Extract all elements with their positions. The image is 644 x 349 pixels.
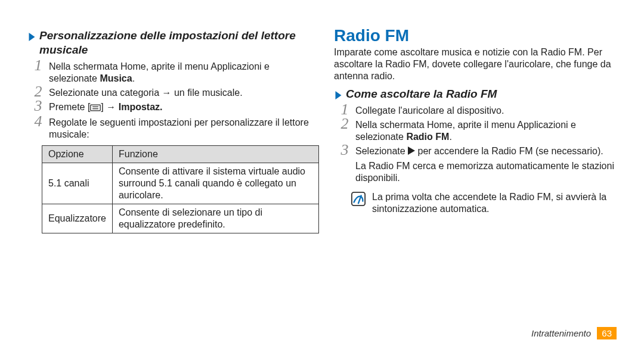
left-step-2: Selezionate una categoria → un file musi… — [31, 86, 310, 100]
table-row: 5.1 canali Consente di attivare il siste… — [42, 163, 319, 204]
svg-marker-5 — [408, 147, 415, 155]
left-heading: Personalizzazione delle impostazioni del… — [27, 29, 310, 57]
table-head-option: Opzione — [42, 145, 113, 163]
table-cell-function: Consente di selezionare un tipo di equal… — [112, 204, 318, 233]
svg-marker-4 — [335, 91, 341, 99]
right-column: Radio FM Imparate come ascoltare musica … — [322, 24, 617, 337]
play-icon — [408, 146, 415, 158]
table-row: Equalizzatore Consente di selezionare un… — [42, 204, 319, 233]
menu-key-icon — [90, 102, 101, 114]
right-heading-text: Come ascoltare la Radio FM — [346, 88, 497, 100]
page-number: 63 — [597, 327, 617, 339]
left-step-3: Premete [ ] → Impostaz. — [31, 100, 310, 116]
right-step-3: Selezionate per accendere la Radio FM (s… — [338, 144, 617, 188]
chevron-right-icon — [27, 30, 36, 45]
right-heading: Come ascoltare la Radio FM — [334, 87, 617, 101]
right-step-1: Collegate l'auricolare al dispositivo. — [338, 104, 617, 118]
note-text: La prima volta che accendete la Radio FM… — [372, 191, 617, 215]
table-cell-option: Equalizzatore — [42, 204, 113, 233]
right-intro: Imparate come ascoltare musica e notizie… — [334, 46, 617, 82]
table-cell-option: 5.1 canali — [42, 163, 113, 204]
manual-page: Personalizzazione delle impostazioni del… — [0, 0, 644, 349]
left-column: Personalizzazione delle impostazioni del… — [27, 24, 322, 337]
right-steps: Collegate l'auricolare al dispositivo. N… — [334, 104, 617, 188]
right-step-2: Nella schermata Home, aprite il menu App… — [338, 118, 617, 144]
note-icon — [351, 191, 367, 215]
left-heading-text: Personalizzazione delle impostazioni del… — [39, 29, 296, 56]
table-head-function: Funzione — [112, 145, 318, 163]
svg-marker-0 — [29, 33, 35, 41]
note: La prima volta che accendete la Radio FM… — [351, 191, 617, 215]
svg-rect-1 — [91, 105, 100, 111]
footer-section: Intrattenimento — [531, 328, 591, 338]
left-steps: Nella schermata Home, aprite il menu App… — [27, 60, 310, 142]
page-footer: Intrattenimento 63 — [531, 327, 617, 339]
left-step-4: Regolate le seguenti impostazioni per pe… — [31, 116, 310, 142]
right-title: Radio FM — [334, 26, 617, 45]
table-cell-function: Consente di attivare il sistema virtuale… — [112, 163, 318, 204]
right-step-3-cont: La Radio FM cerca e memorizza automatica… — [355, 158, 617, 186]
left-step-1: Nella schermata Home, aprite il menu App… — [31, 60, 310, 86]
options-table: Opzione Funzione 5.1 canali Consente di … — [42, 145, 319, 233]
